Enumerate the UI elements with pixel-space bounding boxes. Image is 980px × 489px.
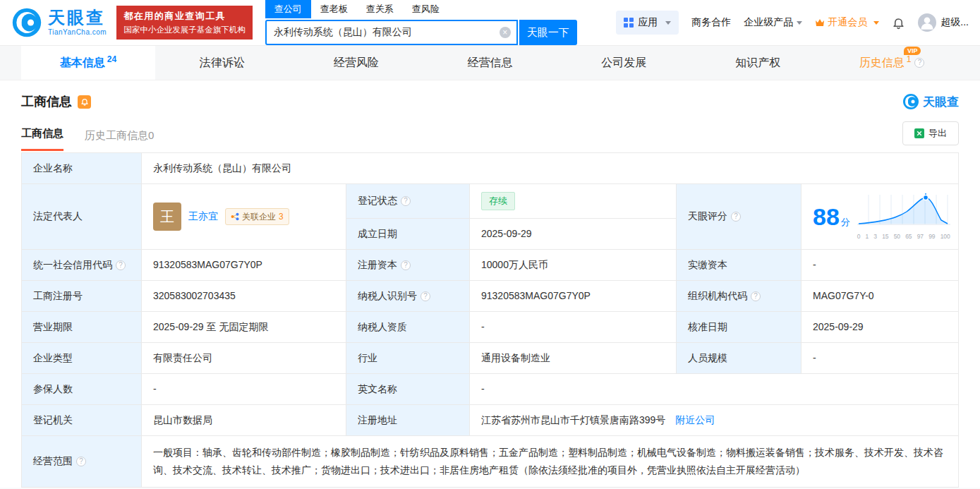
- slogan-banner: 都在用的商业查询工具 国家中小企业发展子基金旗下机构: [116, 6, 253, 40]
- help-icon[interactable]: [76, 457, 86, 466]
- monitor-bell-icon[interactable]: [78, 95, 91, 109]
- score-axis-labels: 013 155065 9799100: [857, 232, 950, 241]
- subtab-history-business-info[interactable]: 历史工商信息0: [85, 129, 154, 151]
- tab-label: 法律诉讼: [200, 56, 245, 71]
- insured-count-value: -: [142, 373, 346, 404]
- business-cooperation-link[interactable]: 商务合作: [691, 16, 731, 29]
- open-vip-label: 开通会员: [828, 16, 867, 29]
- export-label: 导出: [928, 127, 947, 140]
- apps-label: 应用: [638, 16, 658, 29]
- search-button[interactable]: 天眼一下: [519, 20, 577, 45]
- help-icon[interactable]: [116, 260, 126, 270]
- field-label: 纳税人识别号: [346, 280, 470, 311]
- apps-button[interactable]: 应用: [616, 11, 679, 35]
- business-info-table: 企业名称 永利传动系统（昆山）有限公司 法定代表人 王 王亦宜 关联企业 3: [21, 152, 959, 488]
- tab-intellectual-property[interactable]: 知识产权: [691, 46, 825, 80]
- field-label: 英文名称: [346, 373, 470, 404]
- field-label: 天眼评分: [677, 184, 801, 250]
- header-right-menu: 应用 商务合作 企业级产品 开通会员: [616, 11, 969, 35]
- help-icon[interactable]: [914, 58, 924, 68]
- field-label: 登记机关: [22, 404, 142, 435]
- table-row: 营业期限 2025-09-29 至 无固定期限 纳税人资质 - 核准日期 202…: [22, 311, 959, 342]
- credit-code-value: 91320583MAG07G7Y0P: [142, 249, 346, 280]
- tab-label: 基本信息: [60, 56, 105, 71]
- field-label: 营业期限: [22, 311, 142, 342]
- nearby-companies-link[interactable]: 附近公司: [675, 414, 715, 425]
- score-unit: 分: [841, 217, 850, 227]
- company-type-value: 有限责任公司: [142, 342, 346, 373]
- help-icon[interactable]: [751, 291, 761, 301]
- help-icon[interactable]: [421, 291, 430, 301]
- legal-rep-link[interactable]: 王亦宜: [188, 209, 218, 224]
- crown-icon: [815, 18, 825, 27]
- field-label: 纳税人资质: [346, 311, 470, 342]
- table-row: 经营范围 一般项目：轴承、齿轮和传动部件制造；橡胶制品制造；针纺织品及原料销售；…: [22, 435, 959, 487]
- industry-value: 通用设备制造业: [470, 342, 677, 373]
- clear-search-icon[interactable]: [500, 27, 511, 38]
- taxpayer-id-value: 91320583MAG07G7Y0P: [470, 280, 677, 311]
- score-value: 88: [813, 203, 840, 230]
- field-label: 行业: [346, 342, 470, 373]
- help-icon[interactable]: [401, 196, 411, 206]
- tab-label: 经营信息: [468, 56, 513, 71]
- enterprise-product-menu[interactable]: 企业级产品: [744, 16, 802, 29]
- subtab-business-info[interactable]: 工商信息: [21, 127, 63, 151]
- table-row: 参保人数 - 英文名称 -: [22, 373, 959, 404]
- logo-title: 天眼查: [48, 9, 107, 26]
- reg-address-cell: 江苏省苏州市昆山市千灯镇景唐南路399号 附近公司: [470, 404, 959, 435]
- export-button[interactable]: 导出: [902, 121, 959, 145]
- english-name-value: -: [470, 373, 959, 404]
- apps-grid-icon: [624, 18, 634, 28]
- reg-authority-value: 昆山市数据局: [142, 404, 346, 435]
- field-label: 核准日期: [677, 311, 801, 342]
- section-header: 工商信息 天眼查: [0, 80, 980, 113]
- tab-legal-proceedings[interactable]: 法律诉讼: [155, 46, 289, 80]
- taxpayer-quality-value: -: [470, 311, 677, 342]
- field-label: 企业名称: [22, 153, 142, 184]
- chevron-down-icon: [873, 21, 879, 25]
- tab-operating-info[interactable]: 经营信息: [423, 46, 557, 80]
- search-tab-company[interactable]: 查公司: [265, 0, 311, 18]
- field-label: 成立日期: [346, 218, 470, 249]
- vip-badge: VIP: [904, 47, 921, 55]
- excel-icon: [914, 128, 924, 138]
- relation-graph-icon: [231, 212, 239, 221]
- search-tab-relation[interactable]: 查关系: [357, 0, 403, 18]
- enterprise-product-label: 企业级产品: [744, 16, 793, 29]
- field-label: 经营范围: [22, 435, 142, 487]
- help-icon[interactable]: [731, 212, 741, 222]
- table-row: 法定代表人 王 王亦宜 关联企业 3 登记状态: [22, 184, 959, 219]
- search-input[interactable]: [274, 27, 500, 38]
- reg-status-value: 存续: [470, 184, 677, 219]
- business-term-value: 2025-09-29 至 无固定期限: [142, 311, 346, 342]
- tianyan-score: 88分: [813, 192, 947, 241]
- user-account[interactable]: 超级...: [918, 13, 969, 32]
- tab-operating-risk[interactable]: 经营风险: [289, 46, 423, 80]
- search-tab-boss[interactable]: 查老板: [311, 0, 357, 18]
- open-vip-menu[interactable]: 开通会员: [815, 16, 879, 29]
- field-label: 法定代表人: [22, 184, 142, 250]
- approval-date-value: 2025-09-29: [801, 311, 959, 342]
- related-label: 关联企业: [242, 210, 276, 223]
- legal-rep-avatar[interactable]: 王: [153, 203, 181, 231]
- section-title: 工商信息: [21, 93, 72, 110]
- tianyancha-watermark: 天眼查: [902, 93, 959, 110]
- notification-bell-icon[interactable]: [892, 16, 905, 30]
- tianyancha-logo[interactable]: 天眼查 TianYanCha.com: [11, 7, 107, 38]
- top-header: 天眼查 TianYanCha.com 都在用的商业查询工具 国家中小企业发展子基…: [0, 0, 980, 45]
- related-companies-badge[interactable]: 关联企业 3: [225, 208, 289, 225]
- reg-capital-value: 10000万人民币: [470, 249, 677, 280]
- help-icon[interactable]: [401, 260, 411, 270]
- tab-company-development[interactable]: 公司发展: [557, 46, 691, 80]
- tab-history-info[interactable]: VIP 历史信息 1: [825, 46, 959, 80]
- username: 超级...: [940, 16, 969, 29]
- tab-basic-info[interactable]: 基本信息 24: [21, 46, 155, 80]
- field-label: 工商注册号: [22, 280, 142, 311]
- watermark-label: 天眼查: [923, 94, 959, 110]
- tab-count: 24: [107, 54, 116, 64]
- field-label: 企业类型: [22, 342, 142, 373]
- table-row: 企业名称 永利传动系统（昆山）有限公司: [22, 153, 959, 184]
- search-box: [265, 20, 518, 45]
- table-row: 工商注册号 320583002703435 纳税人识别号 91320583MAG…: [22, 280, 959, 311]
- search-tab-risk[interactable]: 查风险: [403, 0, 449, 18]
